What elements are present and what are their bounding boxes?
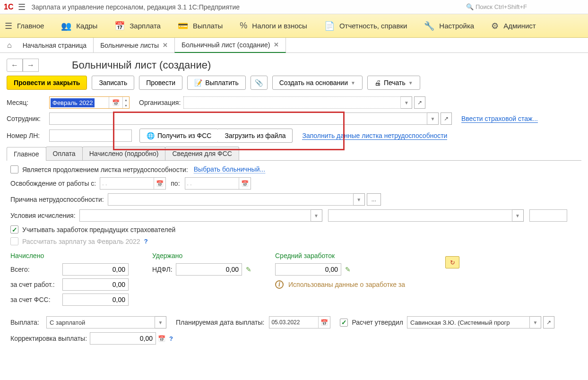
create-on-basis-button[interactable]: Создать на основании▼ [272,76,363,90]
home-icon[interactable]: ⌂ [7,41,12,50]
calendar-icon[interactable]: 📅 [239,178,249,189]
month-input[interactable]: Февраль 2022 📅 ▲▼ [49,96,130,109]
recalc-salary-checkbox [10,237,18,245]
plan-date-input[interactable]: 05.03.2022📅 [269,316,330,328]
by-fss-input[interactable] [62,294,129,306]
nav-settings[interactable]: 🔧Настройка [424,21,474,31]
tab-content: Является продолжением листка нетрудоспос… [7,161,581,353]
by-employer-label: за счет работ.: [10,281,62,288]
ndfl-label: НДФЛ: [152,266,176,273]
nav-main[interactable]: ☰Главное [5,21,44,31]
calendar-icon[interactable]: 📅 [109,97,122,108]
post-and-close-button[interactable]: Провести и закрыть [7,76,87,90]
subtab-main[interactable]: Главное [7,147,46,161]
subtab-accrued[interactable]: Начислено (подробно) [82,147,166,160]
ln-number-input[interactable] [49,130,132,142]
reason-select[interactable] [108,193,354,206]
calendar-icon[interactable]: 📅 [318,317,328,328]
continuation-checkbox[interactable] [10,165,18,173]
calendar-icon[interactable]: 📅 [154,178,164,189]
get-from-fss-button[interactable]: 🌐Получить из ФСС [139,129,218,143]
prev-insurers-label: Учитывать заработок предыдущих страховат… [22,226,175,233]
employee-input[interactable] [49,112,427,125]
dropdown-button[interactable]: ▼ [155,316,166,328]
post-button[interactable]: Провести [139,76,182,90]
accrued-col: Начислено Всего: за счет работ.: за счет… [10,252,129,309]
nav-payments[interactable]: 💳Выплаты [178,21,223,31]
nav-staff[interactable]: 👥Кадры [61,21,97,31]
help-icon[interactable]: ? [144,238,148,245]
dropdown-button[interactable]: ▼ [311,209,322,222]
calendar-icon[interactable]: 📅 [158,335,165,342]
dropdown-button[interactable]: ▼ [354,193,365,206]
ellipsis-button[interactable]: ... [367,193,381,206]
ndfl-input[interactable] [176,263,242,276]
avg-col: Средний заработок ✎ ↻ iИспользованы данн… [275,252,459,309]
choose-sick-link[interactable]: Выбрать больничный... [194,165,265,173]
correction-input[interactable] [90,332,156,345]
fill-data-link[interactable]: Заполнить данные листка нетрудоспособнос… [302,132,447,140]
subtabs: Главное Оплата Начислено (подробно) Свед… [7,147,581,161]
tab-sicklists[interactable]: Больничные листы✕ [93,38,175,53]
info-icon: i [275,280,284,289]
month-label: Месяц: [7,99,49,106]
pencil-icon[interactable]: ✎ [345,266,351,273]
spin-buttons[interactable]: ▲▼ [122,97,129,108]
nav-forward-button[interactable]: → [23,59,39,72]
refresh-button[interactable]: ↻ [445,256,459,268]
tab-sicklist-create[interactable]: Больничный лист (создание)✕ [174,38,286,53]
subtab-payment[interactable]: Оплата [46,147,83,160]
dropdown-button[interactable]: ▼ [427,112,439,125]
insurance-link[interactable]: Ввести страховой стаж... [461,115,538,123]
dropdown-button[interactable]: ▼ [512,209,524,222]
calc-cond-1[interactable] [79,209,311,222]
load-from-file-button[interactable]: Загрузить из файла [218,129,293,143]
info-message: iИспользованы данные о заработке за [275,280,459,289]
attach-button[interactable]: 📎 [251,76,268,90]
subtab-fss-info[interactable]: Сведения для ФСС [165,147,239,160]
approved-by-select[interactable]: Савинская З.Ю. (Системный прогр [407,316,530,328]
help-icon[interactable]: ? [169,335,173,342]
percent-icon: % [240,21,247,31]
by-employer-input[interactable] [62,278,129,291]
date-to-input[interactable]: . .📅 [185,177,251,190]
approved-checkbox[interactable] [340,319,348,327]
open-button[interactable]: ↗ [414,96,425,109]
search-placeholder: Поиск Ctrl+Shift+F [476,3,527,10]
org-select[interactable] [183,96,401,109]
global-search[interactable]: 🔍 Поиск Ctrl+Shift+F [466,3,584,10]
payout-select[interactable]: С зарплатой [46,316,155,328]
date-from-input[interactable]: . .📅 [100,177,166,190]
avg-input[interactable] [275,263,341,276]
nav-salary[interactable]: 📅Зарплата [114,21,161,31]
prev-insurers-checkbox[interactable] [10,225,18,233]
tab-home[interactable]: Начальная страница [16,38,94,53]
correction-label: Корректировка выплаты: [10,335,87,342]
dropdown-button[interactable]: ▼ [401,96,412,109]
tab-row: ⌂ Начальная страница Больничные листы✕ Б… [0,38,588,53]
write-button[interactable]: Записать [92,76,134,90]
wrench-icon: 🔧 [424,21,434,31]
withheld-col: Удержано НДФЛ:✎ [152,252,251,309]
paperclip-icon: 📎 [255,79,263,86]
release-label: Освобождение от работы с: [10,180,96,187]
pay-button[interactable]: 📝Выплатить [187,76,246,90]
nav-back-button[interactable]: ← [7,59,23,72]
close-icon[interactable]: ✕ [163,42,168,49]
open-button[interactable]: ↗ [543,316,554,328]
calc-cond-2[interactable] [328,209,512,222]
close-icon[interactable]: ✕ [274,41,279,48]
print-button[interactable]: 🖨Печать▼ [367,76,420,90]
pencil-icon[interactable]: ✎ [246,266,251,273]
chevron-down-icon: ▼ [351,80,355,86]
hamburger-icon[interactable]: ☰ [18,2,26,12]
calc-cond-3[interactable] [529,209,567,222]
nav-reports[interactable]: 📄Отчетность, справки [324,21,407,31]
dropdown-button[interactable]: ▼ [530,316,541,328]
nav-taxes[interactable]: %Налоги и взносы [240,21,307,31]
continuation-label: Является продолжением листка нетрудоспос… [22,166,188,173]
app-title: Зарплата и управление персоналом, редакц… [31,3,466,11]
nav-admin[interactable]: ⚙Админист [491,21,536,31]
open-button[interactable]: ↗ [441,112,452,125]
total-input[interactable] [62,263,129,276]
